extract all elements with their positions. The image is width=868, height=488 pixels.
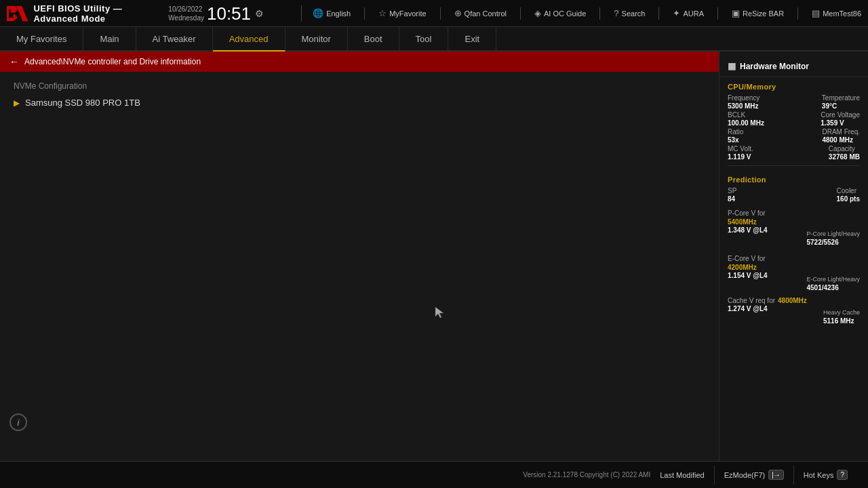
ecore-for-label: E-Core V for bbox=[728, 255, 766, 262]
ratio-col: Ratio 53x bbox=[728, 128, 743, 144]
heavy-cache-label: Heavy Cache bbox=[823, 309, 860, 316]
gear-icon[interactable]: ⚙ bbox=[255, 8, 264, 19]
sp-col: SP 84 bbox=[728, 187, 736, 203]
sidebar-title: Hardware Monitor bbox=[740, 62, 809, 71]
monitor-icon: ▦ bbox=[728, 61, 736, 71]
nav-resizebar[interactable]: ▣ ReSize BAR bbox=[732, 8, 784, 18]
info-button[interactable]: i bbox=[9, 413, 27, 431]
dram-col: DRAM Freq. 4800 MHz bbox=[822, 128, 860, 144]
cache-section: Cache V req for 4800MHz 1.274 V @L4 Heav… bbox=[719, 294, 868, 327]
back-arrow-icon[interactable]: ← bbox=[9, 56, 19, 67]
temp-col: Temperature 39°C bbox=[822, 94, 860, 110]
hotkeys-label: Hot Keys bbox=[804, 471, 834, 479]
tab-my-favorites[interactable]: My Favorites bbox=[0, 27, 83, 50]
hotkeys-button[interactable]: Hot Keys ? bbox=[794, 466, 857, 485]
pcore-voltage: 1.348 V @L4 bbox=[728, 226, 768, 246]
info-area: i bbox=[9, 413, 27, 431]
nav-div7 bbox=[797, 7, 798, 20]
ratio-value: 53x bbox=[728, 136, 743, 144]
pcore-freq: 5400MHz bbox=[728, 218, 860, 226]
capacity-label: Capacity bbox=[829, 145, 860, 152]
fan-icon: ⊕ bbox=[454, 8, 462, 18]
nav-english[interactable]: 🌐 English bbox=[313, 8, 351, 18]
nav-div3 bbox=[520, 7, 521, 20]
cooler-label: Cooler bbox=[837, 187, 860, 195]
sidebar-sp-row: SP 84 Cooler 160 pts bbox=[719, 186, 868, 203]
nvme-section: NVMe Configuration ▶ Samsung SSD 980 PRO… bbox=[0, 72, 719, 117]
tab-monitor[interactable]: Monitor bbox=[285, 27, 348, 50]
footer-version: Version 2.21.1278 Copyright (C) 2022 AMI bbox=[523, 471, 650, 479]
sidebar-divider-1 bbox=[728, 165, 860, 166]
pcore-for-label: P-Core V for bbox=[728, 209, 766, 217]
nav-aura[interactable]: ✦ AURA bbox=[673, 8, 704, 18]
footer: Version 2.21.1278 Copyright (C) 2022 AMI… bbox=[0, 461, 868, 488]
search-question-icon: ? bbox=[614, 8, 618, 18]
bios-title: UEFI BIOS Utility — Advanced Mode bbox=[33, 3, 161, 24]
ai-icon: ◈ bbox=[534, 8, 541, 18]
bclk-col: BCLK 100.00 MHz bbox=[728, 111, 764, 127]
cache-freq: 4800MHz bbox=[778, 297, 807, 304]
sp-value: 84 bbox=[728, 195, 736, 203]
ecore-lh-value: 4501/4236 bbox=[806, 284, 860, 291]
cooler-value: 160 pts bbox=[837, 195, 860, 203]
tab-ai-tweaker[interactable]: Ai Tweaker bbox=[136, 27, 213, 50]
ratio-label: Ratio bbox=[728, 128, 743, 136]
ecore-lh-label: E-Core Light/Heavy bbox=[806, 276, 860, 283]
nvme-drive-item[interactable]: ▶ Samsung SSD 980 PRO 1TB bbox=[14, 98, 705, 108]
dram-label: DRAM Freq. bbox=[822, 128, 860, 136]
nav-qfan[interactable]: ⊕ Qfan Control bbox=[454, 8, 507, 18]
nav-div5 bbox=[658, 7, 659, 20]
nav-myfavorite[interactable]: ☆ MyFavorite bbox=[378, 8, 426, 18]
sidebar-cpu-memory-title: CPU/Memory bbox=[719, 77, 868, 94]
freq-value: 5300 MHz bbox=[728, 102, 760, 110]
pcore-lh-value: 5722/5526 bbox=[806, 239, 860, 246]
tab-main[interactable]: Main bbox=[83, 27, 136, 50]
nvme-config-label: NVMe Configuration bbox=[14, 81, 705, 91]
temp-label: Temperature bbox=[822, 94, 860, 102]
ecore-freq: 4200MHz bbox=[728, 264, 860, 271]
nvme-drive-label: Samsung SSD 980 PRO 1TB bbox=[25, 98, 140, 108]
mcvolt-value: 1.119 V bbox=[728, 153, 753, 161]
cache-voltage: 1.274 V @L4 bbox=[728, 305, 768, 325]
bclk-value: 100.00 MHz bbox=[728, 119, 764, 127]
nav-div2 bbox=[440, 7, 441, 20]
header-divider bbox=[301, 5, 302, 22]
svg-marker-2 bbox=[435, 307, 443, 318]
mouse-cursor bbox=[434, 306, 448, 319]
tab-tool[interactable]: Tool bbox=[399, 27, 449, 50]
globe-icon: 🌐 bbox=[313, 8, 323, 18]
tab-boot[interactable]: Boot bbox=[348, 27, 399, 50]
star-icon: ☆ bbox=[378, 8, 387, 18]
sidebar-bclk-row: BCLK 100.00 MHz Core Voltage 1.359 V bbox=[719, 110, 868, 127]
nav-div6 bbox=[717, 7, 718, 20]
mcvolt-label: MC Volt. bbox=[728, 145, 753, 152]
main-nav: My Favorites Main Ai Tweaker Advanced Mo… bbox=[0, 27, 868, 52]
capacity-value: 32768 MB bbox=[829, 153, 860, 161]
header-nav: 🌐 English ☆ MyFavorite ⊕ Qfan Control ◈ … bbox=[313, 7, 861, 20]
nav-div4 bbox=[599, 7, 600, 20]
ezmode-key: |→ bbox=[768, 470, 784, 480]
sidebar-mcvolt-row: MC Volt. 1.119 V Capacity 32768 MB bbox=[719, 144, 868, 161]
content-wrapper: ← Advanced\NVMe controller and Drive inf… bbox=[0, 52, 868, 461]
nav-memtest[interactable]: ▤ MemTest86 bbox=[812, 8, 861, 18]
sidebar-prediction-title: Prediction bbox=[719, 170, 868, 186]
freq-label: Frequency bbox=[728, 94, 760, 102]
corevolt-label: Core Voltage bbox=[821, 111, 860, 119]
ecore-voltage: 1.154 V @L4 bbox=[728, 272, 768, 291]
tab-advanced[interactable]: Advanced bbox=[213, 27, 285, 52]
tab-exit[interactable]: Exit bbox=[448, 27, 496, 50]
last-modified-button[interactable]: Last Modified bbox=[650, 466, 714, 485]
nav-aioc[interactable]: ◈ AI OC Guide bbox=[534, 8, 586, 18]
nav-div1 bbox=[364, 7, 365, 20]
ezmode-button[interactable]: EzMode(F7) |→ bbox=[715, 466, 794, 485]
cooler-col: Cooler 160 pts bbox=[837, 187, 860, 203]
heavy-cache-value: 5116 MHz bbox=[823, 317, 860, 325]
last-modified-label: Last Modified bbox=[660, 471, 704, 479]
breadcrumb: ← Advanced\NVMe controller and Drive inf… bbox=[0, 52, 719, 72]
pcore-lh-label: P-Core Light/Heavy bbox=[806, 230, 860, 237]
memtest-icon: ▤ bbox=[812, 8, 820, 18]
breadcrumb-text: Advanced\NVMe controller and Drive infor… bbox=[24, 57, 201, 66]
resize-icon: ▣ bbox=[732, 8, 740, 18]
nav-search[interactable]: ? Search bbox=[614, 8, 645, 18]
cache-for-label: Cache V req for bbox=[728, 297, 775, 304]
